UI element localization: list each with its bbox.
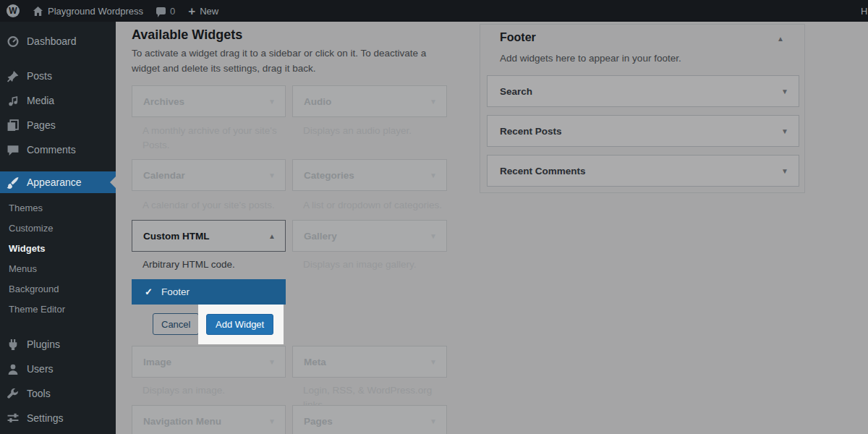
site-name-link[interactable]: Playground Wordpress (26, 0, 150, 22)
submenu-item-menus[interactable]: Menus (0, 258, 116, 278)
sidebar-item-users[interactable]: Users (0, 357, 116, 381)
sidebar-item-label: Users (27, 363, 54, 375)
chevron-down-icon[interactable] (781, 88, 788, 95)
widget-description: A calendar of your site's posts. (142, 198, 284, 213)
sidebar-item-label: Plugins (27, 339, 60, 350)
widget-card-calendar[interactable]: Calendar (132, 159, 286, 191)
users-icon (6, 363, 20, 375)
wordpress-admin-widgets-screen: W Playground Wordpress 0 New H Dashb (0, 0, 868, 434)
sidebar-item-posts[interactable]: Posts (0, 64, 116, 88)
sidebar-item-label: Pages (27, 119, 56, 131)
sidebar-item-plugins[interactable]: Plugins (0, 332, 116, 357)
submenu-item-customize[interactable]: Customize (0, 218, 116, 238)
widget-card-audio[interactable]: Audio (292, 85, 447, 117)
widget-card-gallery[interactable]: Gallery (292, 220, 447, 252)
submenu-item-theme-editor[interactable]: Theme Editor (0, 299, 116, 319)
footer-widget-search[interactable]: Search (487, 75, 799, 107)
media-icon (6, 95, 20, 107)
dashboard-icon (6, 35, 20, 48)
wordpress-logo-menu[interactable]: W (0, 0, 26, 22)
widget-card-pages[interactable]: Pages (292, 405, 447, 434)
checkmark-icon (145, 286, 153, 297)
comments-admin-link[interactable]: 0 (150, 0, 182, 22)
chevron-down-icon[interactable] (268, 98, 276, 106)
submenu-item-widgets[interactable]: Widgets (0, 238, 116, 258)
footer-widget-recent-comments[interactable]: Recent Comments (487, 155, 799, 187)
widget-title: Search (500, 86, 532, 97)
sidebar-item-label: Tools (27, 388, 51, 399)
widgets-admin-content: Available Widgets To activate a widget d… (116, 22, 868, 434)
footer-panel-description: Add widgets here to appear in your foote… (500, 53, 681, 64)
comment-count: 0 (170, 6, 175, 17)
widget-title: Navigation Menu (143, 416, 221, 427)
sidebar-item-media[interactable]: Media (0, 88, 116, 113)
cancel-button[interactable]: Cancel (153, 313, 199, 335)
chevron-down-icon[interactable] (268, 171, 276, 179)
settings-icon (6, 412, 20, 425)
widget-description: Displays an image gallery. (303, 258, 455, 272)
widget-card-archives[interactable]: Archives (132, 85, 286, 117)
chevron-down-icon[interactable] (430, 358, 437, 366)
pages-icon (6, 119, 20, 132)
sidebar-item-label: Posts (27, 70, 52, 82)
site-name: Playground Wordpress (48, 6, 143, 17)
sidebar-item-tools[interactable]: Tools (0, 381, 116, 406)
widget-description: A list or dropdown of categories. (303, 198, 455, 213)
howdy-partial-text: H (861, 6, 867, 17)
widget-title: Meta (304, 357, 326, 367)
chevron-down-icon[interactable] (430, 417, 437, 425)
sidebar-item-dashboard[interactable]: Dashboard (0, 29, 116, 54)
sidebar-item-appearance[interactable]: Appearance (0, 171, 116, 193)
chevron-down-icon[interactable] (268, 358, 276, 366)
widget-card-image[interactable]: Image (132, 346, 286, 378)
sidebar-item-settings[interactable]: Settings (0, 406, 116, 430)
widget-title: Audio (304, 96, 331, 107)
widget-description: Displays an audio player. (303, 124, 445, 138)
howdy-account-link[interactable]: H (854, 0, 868, 22)
widget-title: Calendar (143, 170, 185, 181)
plugins-icon (6, 339, 20, 351)
sidebar-item-label: Media (27, 95, 54, 106)
page-description: To activate a widget drag it to a sideba… (132, 46, 454, 77)
sidebar-item-label: Appearance (27, 176, 82, 188)
new-content-menu[interactable]: New (182, 0, 225, 22)
footer-widget-recent-posts[interactable]: Recent Posts (487, 115, 799, 147)
sidebar-item-label: Dashboard (27, 35, 77, 47)
footer-panel-header[interactable]: Footer (480, 25, 804, 49)
footer-panel-title: Footer (500, 31, 536, 44)
widget-title: Categories (304, 170, 354, 181)
widget-card-categories[interactable]: Categories (292, 159, 447, 191)
appearance-submenu: Themes Customize Widgets Menus Backgroun… (0, 193, 116, 325)
widget-title: Recent Comments (500, 166, 586, 176)
chevron-down-icon[interactable] (268, 417, 276, 425)
plus-icon (188, 5, 195, 17)
footer-sidebar-panel: Footer Add widgets here to appear in you… (480, 24, 805, 193)
chevron-up-icon[interactable] (268, 232, 276, 240)
submenu-item-background[interactable]: Background (0, 278, 116, 299)
active-menu-arrow (110, 176, 116, 188)
chevron-down-icon[interactable] (430, 98, 437, 106)
widget-card-meta[interactable]: Meta (292, 346, 447, 378)
sidebar-choice-footer[interactable]: Footer (132, 279, 286, 305)
sidebar-item-pages[interactable]: Pages (0, 113, 116, 137)
appearance-icon (6, 176, 20, 189)
add-widget-button[interactable]: Add Widget (206, 314, 273, 335)
widget-description: A monthly archive of your site's Posts. (142, 124, 284, 152)
admin-menu: Dashboard Posts Media Pages (0, 22, 116, 434)
sidebar-item-label: Comments (27, 144, 76, 156)
widget-title: Custom HTML (143, 231, 210, 242)
comment-bubble-icon (156, 7, 166, 14)
new-label: New (200, 6, 218, 17)
sidebar-item-comments[interactable]: Comments (0, 137, 116, 162)
widget-card-custom-html[interactable]: Custom HTML (132, 220, 286, 252)
widget-card-navigation-menu[interactable]: Navigation Menu (132, 405, 286, 434)
widget-description: Displays an image. (142, 383, 284, 398)
chevron-down-icon[interactable] (781, 167, 788, 175)
chevron-down-icon[interactable] (430, 171, 437, 179)
submenu-item-themes[interactable]: Themes (0, 197, 116, 218)
chevron-down-icon[interactable] (781, 127, 788, 135)
chevron-up-icon[interactable] (777, 35, 784, 43)
widget-title: Archives (143, 96, 184, 107)
wordpress-logo-icon: W (7, 4, 20, 17)
chevron-down-icon[interactable] (430, 232, 437, 240)
